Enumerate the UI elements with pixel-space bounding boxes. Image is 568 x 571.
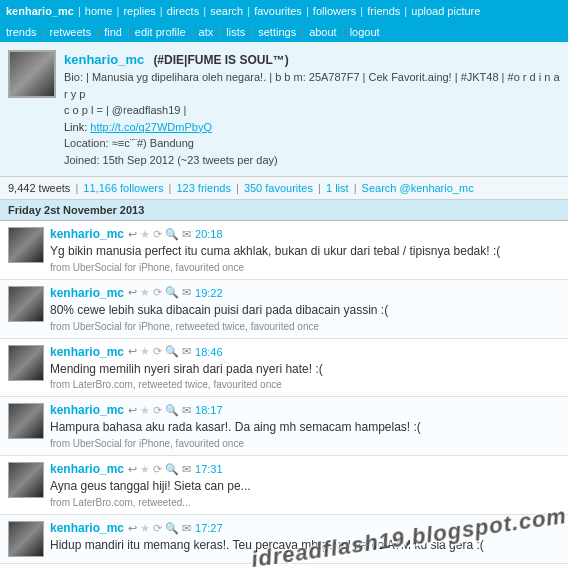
dm-icon[interactable]: ✉ — [182, 345, 191, 358]
reply-icon[interactable]: ↩ — [128, 522, 137, 535]
tweet-username[interactable]: kenhario_mc — [50, 286, 124, 300]
reply-icon[interactable]: ↩ — [128, 286, 137, 299]
dm-icon[interactable]: ✉ — [182, 522, 191, 535]
reply-icon[interactable]: ↩ — [128, 345, 137, 358]
nav-logout[interactable]: logout — [350, 26, 380, 38]
nav-username[interactable]: kenhario_mc — [6, 5, 74, 17]
tweet-item: kenhario_mc ↩ ★ ⟳ 🔍 ✉ 20:18 Yg bikin man… — [0, 221, 568, 280]
reply-icon[interactable]: ↩ — [128, 404, 137, 417]
favourites-link[interactable]: 350 favourites — [244, 182, 313, 194]
second-nav: trends | retweets | find | edit profile … — [0, 24, 568, 42]
tweet-meta: from LaterBro.com, retweeted twice, favo… — [50, 379, 560, 390]
nav-favourites[interactable]: favourites — [254, 5, 302, 17]
tweet-username[interactable]: kenhario_mc — [50, 521, 124, 535]
profile-location: Location: ≈≡c¨¨#) Bandung — [64, 135, 560, 152]
profile-link-url[interactable]: http://t.co/q27WDmPbyQ — [90, 121, 212, 133]
nav-followers[interactable]: followers — [313, 5, 356, 17]
retweet-icon[interactable]: ⟳ — [153, 345, 162, 358]
tweet-body: kenhario_mc ↩ ★ ⟳ 🔍 ✉ 18:46 Mending memi… — [50, 345, 560, 391]
tweet-text: Ayna geus tanggal hiji! Sieta can pe... — [50, 478, 560, 495]
tweet-time[interactable]: 18:17 — [195, 404, 223, 416]
tweet-text: 80% cewe lebih suka dibacain puisi dari … — [50, 302, 560, 319]
star-icon[interactable]: ★ — [140, 463, 150, 476]
profile-joined: Joined: 15th Sep 2012 (~23 tweets per da… — [64, 152, 560, 169]
tweet-body: kenhario_mc ↩ ★ ⟳ 🔍 ✉ 17:27 Hidup mandir… — [50, 521, 560, 557]
tweet-time[interactable]: 17:31 — [195, 463, 223, 475]
tweet-avatar — [8, 345, 44, 381]
tweet-item: kenhario_mc ↩ ★ ⟳ 🔍 ✉ 19:22 80% cewe leb… — [0, 280, 568, 339]
tweet-body: kenhario_mc ↩ ★ ⟳ 🔍 ✉ 17:31 Ayna geus ta… — [50, 462, 560, 508]
lists-link[interactable]: 1 list — [326, 182, 349, 194]
star-icon[interactable]: ★ — [140, 404, 150, 417]
tweets-count: 9,442 tweets — [8, 182, 70, 194]
friends-link[interactable]: 123 friends — [176, 182, 230, 194]
nav-home[interactable]: home — [85, 5, 113, 17]
tweet-time[interactable]: 19:22 — [195, 287, 223, 299]
nav-settings[interactable]: settings — [258, 26, 296, 38]
dm-icon[interactable]: ✉ — [182, 404, 191, 417]
nav-lists[interactable]: lists — [226, 26, 245, 38]
star-icon[interactable]: ★ — [140, 345, 150, 358]
tweet-avatar — [8, 403, 44, 439]
profile-bio2: c o p l = | @readflash19 | — [64, 102, 560, 119]
nav-atx[interactable]: atx — [199, 26, 214, 38]
more-icon[interactable]: 🔍 — [165, 404, 179, 417]
tweet-meta: from UberSocial for iPhone, retweeted tw… — [50, 321, 560, 332]
tweet-item: kenhario_mc ↩ ★ ⟳ 🔍 ✉ 17:31 Ayna geus ta… — [0, 456, 568, 515]
star-icon[interactable]: ★ — [140, 286, 150, 299]
profile-info: kenhario_mc (#DIE|FUME IS SOUL™) Bio: | … — [64, 50, 560, 169]
retweet-icon[interactable]: ⟳ — [153, 404, 162, 417]
tweet-username[interactable]: kenhario_mc — [50, 345, 124, 359]
nav-find[interactable]: find — [104, 26, 122, 38]
tweet-username[interactable]: kenhario_mc — [50, 462, 124, 476]
nav-friends[interactable]: friends — [367, 5, 400, 17]
retweet-icon[interactable]: ⟳ — [153, 463, 162, 476]
tweet-body: kenhario_mc ↩ ★ ⟳ 🔍 ✉ 19:22 80% cewe leb… — [50, 286, 560, 332]
tweet-time[interactable]: 17:27 — [195, 522, 223, 534]
dm-icon[interactable]: ✉ — [182, 228, 191, 241]
tweet-username[interactable]: kenhario_mc — [50, 403, 124, 417]
reply-icon[interactable]: ↩ — [128, 228, 137, 241]
retweet-icon[interactable]: ⟳ — [153, 522, 162, 535]
tweet-item: kenhario_mc ↩ ★ ⟳ 🔍 ✉ 17:27 Hidup mandir… — [0, 515, 568, 564]
nav-search[interactable]: search — [210, 5, 243, 17]
star-icon[interactable]: ★ — [140, 228, 150, 241]
retweet-icon[interactable]: ⟳ — [153, 286, 162, 299]
nav-about[interactable]: about — [309, 26, 337, 38]
stats-bar: 9,442 tweets | 11,166 followers | 123 fr… — [0, 177, 568, 200]
tweet-text: Hampura bahasa aku rada kasar!. Da aing … — [50, 419, 560, 436]
tweet-item: kenhario_mc ↩ ★ ⟳ 🔍 ✉ 18:17 Hampura baha… — [0, 397, 568, 456]
tweet-list: kenhario_mc ↩ ★ ⟳ 🔍 ✉ 20:18 Yg bikin man… — [0, 221, 568, 564]
nav-retweets[interactable]: retweets — [50, 26, 92, 38]
star-icon[interactable]: ★ — [140, 522, 150, 535]
dm-icon[interactable]: ✉ — [182, 463, 191, 476]
tweet-avatar — [8, 286, 44, 322]
more-icon[interactable]: 🔍 — [165, 463, 179, 476]
retweet-icon[interactable]: ⟳ — [153, 228, 162, 241]
more-icon[interactable]: 🔍 — [165, 345, 179, 358]
nav-trends[interactable]: trends — [6, 26, 37, 38]
tweet-meta: from UberSocial for iPhone, favourited o… — [50, 438, 560, 449]
nav-replies[interactable]: replies — [123, 5, 155, 17]
nav-edit-profile[interactable]: edit profile — [135, 26, 186, 38]
profile-avatar — [8, 50, 56, 98]
tweet-username[interactable]: kenhario_mc — [50, 227, 124, 241]
followers-link[interactable]: 11,166 followers — [83, 182, 163, 194]
tweet-text: Hidup mandiri itu memang keras!. Teu per… — [50, 537, 560, 554]
tweet-text: Mending memilih nyeri sirah dari pada ny… — [50, 361, 560, 378]
top-nav: kenhario_mc | home | replies | directs |… — [0, 0, 568, 24]
search-link[interactable]: Search @kenhario_mc — [362, 182, 474, 194]
tweet-time[interactable]: 20:18 — [195, 228, 223, 240]
more-icon[interactable]: 🔍 — [165, 286, 179, 299]
nav-upload-picture[interactable]: upload picture — [411, 5, 480, 17]
date-header: Friday 2st November 2013 — [0, 200, 568, 221]
tweet-time[interactable]: 18:46 — [195, 346, 223, 358]
nav-directs[interactable]: directs — [167, 5, 199, 17]
tweet-body: kenhario_mc ↩ ★ ⟳ 🔍 ✉ 20:18 Yg bikin man… — [50, 227, 560, 273]
dm-icon[interactable]: ✉ — [182, 286, 191, 299]
more-icon[interactable]: 🔍 — [165, 228, 179, 241]
reply-icon[interactable]: ↩ — [128, 463, 137, 476]
more-icon[interactable]: 🔍 — [165, 522, 179, 535]
profile-username[interactable]: kenhario_mc — [64, 52, 144, 67]
tweet-avatar — [8, 521, 44, 557]
